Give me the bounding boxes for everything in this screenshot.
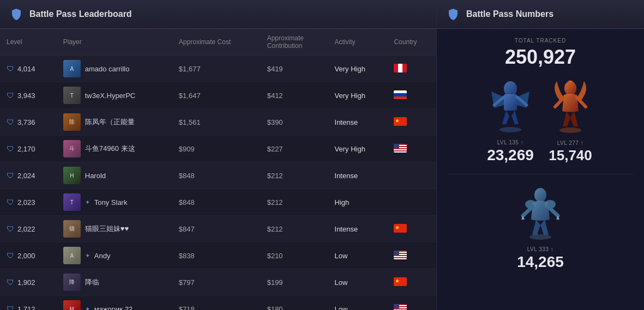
flag-icon: [394, 117, 407, 126]
player-name: 斗鱼74960 来这: [85, 144, 135, 154]
avatar: 陈: [63, 113, 81, 131]
verified-icon: ✦: [85, 252, 90, 259]
country-cell: [387, 136, 436, 162]
player-cell: 斗 斗鱼74960 来这: [57, 136, 172, 162]
activity-cell: High: [328, 189, 388, 216]
character-figure-1: [486, 76, 535, 136]
flag-icon: [394, 304, 407, 311]
cost-cell: $848: [172, 162, 261, 189]
svg-point-8: [559, 127, 581, 133]
activity-cell: Intense: [328, 109, 388, 136]
avatar: H: [63, 167, 81, 184]
flag-icon: [394, 251, 407, 259]
player-cell: A amado carrillo: [57, 56, 172, 82]
table-row: 🛡3,943 T tw3eX.HyperPC $1,647$412Very Hi…: [0, 82, 436, 109]
level-cell: 🛡2,170: [0, 136, 57, 162]
table-row: 🛡4,014 A amado carrillo $1,677$419Very H…: [0, 56, 436, 82]
country-cell: [387, 82, 436, 109]
total-tracked-label: TOTAL TRACKED: [515, 38, 566, 44]
table-row: 🛡3,736 陈 陈凤年（正能量 $1,561$390Intense: [0, 109, 436, 136]
character-card-1: LVL 135 ↑ 23,269: [486, 76, 535, 164]
shield-icon-right: [446, 7, 461, 22]
cost-cell: $848: [172, 189, 261, 216]
player-name: 陈凤年（正能量: [85, 117, 135, 127]
activity-cell: Very High: [328, 136, 388, 162]
right-panel-header: Battle Pass Numbers: [437, 0, 644, 29]
cost-cell: $718: [172, 296, 261, 311]
verified-icon: ✦: [85, 306, 90, 311]
table-row: 🛡2,170 斗 斗鱼74960 来这 $909$227Very High: [0, 136, 436, 162]
activity-cell: Very High: [328, 82, 388, 109]
country-cell: [387, 296, 436, 311]
activity-cell: Intense: [328, 162, 388, 189]
country-cell: [387, 216, 436, 242]
player-name: 猫眼三姐妹♥♥: [85, 224, 129, 234]
contribution-cell: $212: [261, 216, 328, 242]
country-cell: [387, 189, 436, 216]
verified-icon: ✦: [85, 199, 90, 206]
cost-cell: $1,561: [172, 109, 261, 136]
leaderboard-table: Level Player Approximate Cost Approximat…: [0, 29, 436, 310]
contribution-cell: $210: [261, 242, 328, 269]
leaderboard-table-container: Level Player Approximate Cost Approximat…: [0, 29, 436, 310]
table-row: 🛡1,902 降 降临 $797$199Low: [0, 269, 436, 296]
level-cell: 🛡2,023: [0, 189, 57, 216]
cost-cell: $847: [172, 216, 261, 242]
left-panel-header: Battle Pass Leaderboard: [0, 0, 436, 29]
avatar: 降: [63, 273, 81, 291]
flag-icon: [394, 90, 407, 99]
level-cell: 🛡2,024: [0, 162, 57, 189]
avatar: T: [63, 87, 81, 104]
char-value-1: 23,269: [487, 147, 534, 164]
top-characters-row: LVL 135 ↑ 23,269: [448, 76, 633, 164]
table-row: 🛡2,024 H Harold $848$212Intense: [0, 162, 436, 189]
col-activity: Activity: [328, 29, 388, 56]
player-cell: T ✦ Tony Slark: [57, 189, 172, 216]
flag-icon: [394, 277, 407, 286]
bottom-char-level: LVL 333 ↑: [527, 246, 553, 252]
flag-icon: [394, 144, 407, 153]
avatar: 斗: [63, 140, 81, 157]
character-figure-2: [546, 77, 595, 137]
bottom-character-figure: [516, 183, 565, 243]
char-level-2: LVL 277 ↑: [557, 140, 583, 146]
contribution-cell: $390: [261, 109, 328, 136]
player-cell: 陈 陈凤年（正能量: [57, 109, 172, 136]
country-cell: [387, 269, 436, 296]
shield-icon: [9, 7, 24, 22]
player-name: Andy: [94, 252, 111, 260]
right-panel-content: TOTAL TRACKED 250,927: [437, 29, 644, 310]
contribution-cell: $419: [261, 56, 328, 82]
col-contribution: ApproximateContribution: [261, 29, 328, 56]
bottom-char-value: 14,265: [517, 253, 564, 271]
left-panel-title: Battle Pass Leaderboard: [29, 9, 132, 19]
contribution-cell: $212: [261, 162, 328, 189]
contribution-cell: $199: [261, 269, 328, 296]
char-level-1: LVL 135 ↑: [497, 139, 523, 145]
player-cell: A ✦ Andy: [57, 242, 172, 269]
level-cell: 🛡4,014: [0, 56, 57, 82]
contribution-cell: $412: [261, 82, 328, 109]
col-player: Player: [57, 29, 172, 56]
avatar: 猫: [63, 220, 81, 238]
level-cell: 🛡2,022: [0, 216, 57, 242]
flag-icon: [394, 224, 407, 233]
contribution-cell: $227: [261, 136, 328, 162]
right-panel-title: Battle Pass Numbers: [466, 9, 553, 19]
player-name: Tony Slark: [94, 198, 128, 206]
country-cell: [387, 109, 436, 136]
player-name: мажорик 22: [94, 305, 133, 311]
flag-icon: [394, 64, 407, 72]
activity-cell: Very High: [328, 56, 388, 82]
activity-cell: Low: [328, 296, 388, 311]
cost-cell: $1,677: [172, 56, 261, 82]
player-name: 降临: [85, 277, 99, 287]
player-name: tw3eX.HyperPC: [85, 92, 135, 100]
cost-cell: $909: [172, 136, 261, 162]
table-row: 🛡2,022 猫 猫眼三姐妹♥♥ $847$212Intense: [0, 216, 436, 242]
divider: [448, 174, 633, 174]
cost-cell: $797: [172, 269, 261, 296]
cost-cell: $1,647: [172, 82, 261, 109]
player-name: amado carrillo: [85, 65, 130, 73]
player-cell: 降 降临: [57, 269, 172, 296]
